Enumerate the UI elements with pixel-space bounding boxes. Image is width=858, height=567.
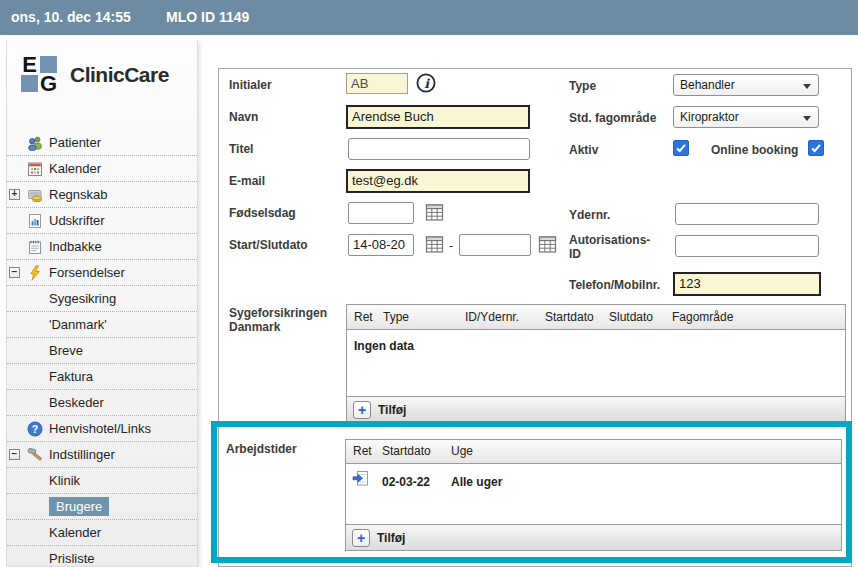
sidebar-item-regnskab[interactable]: + Regnskab [7,182,197,208]
sidebar-item-sygesikring[interactable]: Sygesikring [7,286,197,312]
sidebar-item-label: Sygesikring [49,291,116,306]
sidebar-item-label: 'Danmark' [49,317,107,332]
sidebar-nav: Patienter Kalender + Regnskab [7,130,197,567]
app-title: ClinicCare [70,63,169,87]
type-label: Type [569,79,596,93]
sidebar-item-label: Indbakke [49,239,102,254]
sygeforsikringen-table: Ret Type ID/Ydernr. Startdato Slutdato F… [346,304,846,423]
email-field[interactable]: test@eg.dk [346,169,530,193]
settings-icon [27,447,49,463]
sidebar-item-forsendelser[interactable]: − Forsendelser [7,260,197,286]
initialer-field[interactable]: AB [346,73,408,94]
sidebar-item-label: Kalender [49,525,101,540]
app-logo: E G ClinicCare [7,40,197,128]
online-booking-checkbox[interactable] [808,140,824,156]
arbejdstider-add-row[interactable]: + Tilføj [346,524,841,550]
sidebar-item-faktura[interactable]: Faktura [7,364,197,390]
slutdato-field[interactable] [459,234,531,256]
titel-field[interactable] [348,138,530,160]
row-startdato: 02-03-22 [382,475,430,489]
sidebar-item-indstillinger[interactable]: − Indstillinger [7,442,197,468]
collapse-minus-icon[interactable]: − [9,267,20,278]
sygeforsikringen-add-row[interactable]: + Tilføj [347,396,845,422]
col-startdato: Startdato [545,310,594,324]
sidebar-item-henvishotel-links[interactable]: ? Henvishotel/Links [7,416,197,442]
logo-square-icon [21,75,38,92]
sidebar-item-label: Forsendelser [49,265,125,280]
sidebar-item-kalender[interactable]: Kalender [7,156,197,182]
reports-icon [27,213,49,229]
col-ret: Ret [354,310,373,324]
autorisations-id-field[interactable] [675,235,819,257]
top-bar: ons, 10. dec 14:55 MLO ID 1149 [0,0,858,35]
accounting-icon [27,187,49,203]
ydernr-label: Ydernr. [569,208,610,222]
fagomraade-label: Std. fagområde [569,111,656,125]
calendar-picker-icon[interactable] [538,235,557,254]
sygeforsikringen-label: Sygeforsikringen Danmark [229,306,339,334]
sidebar-item-label: Prisliste [49,551,95,566]
sidebar-item-label: Faktura [49,369,93,384]
sygeforsikringen-table-body: Ingen data [347,330,845,396]
fagomraade-dropdown-value: Kiropraktor [680,110,739,124]
add-plus-icon[interactable]: + [352,529,370,547]
telefon-label: Telefon/Mobilnr. [569,278,660,292]
sidebar-item-patienter[interactable]: Patienter [7,130,197,156]
empty-state-text: Ingen data [354,339,414,353]
sidebar-item-klinik[interactable]: Klinik [7,468,197,494]
chevron-down-icon [803,116,811,121]
ydernr-field[interactable] [675,203,819,225]
aktiv-checkbox[interactable] [673,140,689,156]
app-window: ons, 10. dec 14:55 MLO ID 1149 E G Clini… [0,0,858,567]
col-ret: Ret [353,444,372,458]
col-type: Type [383,310,409,324]
sidebar-item-danmark[interactable]: 'Danmark' [7,312,197,338]
startdato-field[interactable]: 14-08-20 [348,234,414,256]
sidebar-item-label: Regnskab [49,187,108,202]
start-slutdato-label: Start/Slutdato [229,238,308,252]
sidebar-item-breve[interactable]: Breve [7,338,197,364]
sidebar-item-label: Kalender [49,161,101,176]
sidebar-item-label: Henvishotel/Links [49,421,151,436]
sidebar-item-brugere[interactable]: Brugere [7,494,197,520]
logo-letter-e: E [21,56,38,73]
collapse-minus-icon[interactable]: − [9,449,20,460]
online-booking-label: Online booking [711,143,798,157]
sidebar-item-beskeder[interactable]: Beskeder [7,390,197,416]
add-plus-icon[interactable]: + [353,401,371,419]
foedselsdag-field[interactable] [348,202,414,224]
expand-plus-icon[interactable]: + [9,189,20,200]
info-icon[interactable]: i [415,72,437,98]
sidebar: E G ClinicCare Patienter Kalender [6,40,198,567]
chevron-down-icon [803,84,811,89]
sidebar-item-prisliste[interactable]: Prisliste [7,546,197,567]
sidebar-item-label: Klinik [49,473,80,488]
add-button-label: Tilføj [378,403,406,417]
sidebar-item-label-selected: Brugere [49,497,109,516]
sidebar-item-indbakke[interactable]: Indbakke [7,234,197,260]
eg-logo-icon: E G [21,56,57,92]
telefon-field[interactable]: 123 [673,272,821,296]
aktiv-label: Aktiv [569,143,598,157]
sidebar-item-label: Indstillinger [49,447,115,462]
sidebar-item-kalender-settings[interactable]: Kalender [7,520,197,546]
shipments-icon [27,265,49,281]
col-startdato: Startdato [382,444,431,458]
svg-text:?: ? [32,422,38,434]
initialer-label: Initialer [229,78,272,92]
type-dropdown[interactable]: Behandler [673,74,819,96]
help-icon: ? [27,421,49,437]
calendar-picker-icon[interactable] [425,203,444,222]
svg-text:i: i [424,76,430,91]
calendar-picker-icon[interactable] [425,235,444,254]
arbejdstider-table: Ret Startdato Uge 02-03-22 Alle uger + T… [345,439,842,551]
edit-row-icon[interactable] [352,470,369,490]
session-id: MLO ID 1149 [166,9,249,25]
fagomraade-dropdown[interactable]: Kiropraktor [673,106,819,128]
autorisations-id-label: Autorisations- ID [569,233,669,261]
navn-field[interactable]: Arendse Buch [346,105,530,129]
sidebar-item-udskrifter[interactable]: Udskrifter [7,208,197,234]
row-uge: Alle uger [451,475,502,489]
calendar-icon [27,161,49,177]
type-dropdown-value: Behandler [680,78,735,92]
